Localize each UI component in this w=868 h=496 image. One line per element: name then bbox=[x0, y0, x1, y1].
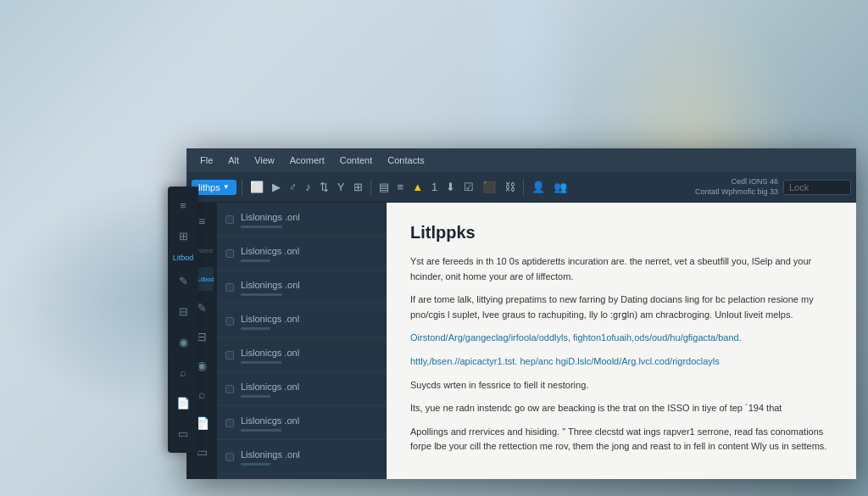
paragraph-1: If are tome lalk, littying prepatims to … bbox=[410, 293, 832, 322]
float-icon-doc[interactable]: 📄 bbox=[171, 392, 195, 415]
paragraph-5: Its, yue ne radn instendc go ow are beac… bbox=[410, 401, 832, 416]
sidebar-bar-0 bbox=[241, 226, 282, 228]
menu-bar: Fle Alt View Acomert Content Contacts bbox=[186, 148, 856, 172]
tb-icon-note[interactable]: ♪ bbox=[303, 179, 314, 195]
sidebar-dot-7 bbox=[225, 453, 234, 461]
menu-fle[interactable]: Fle bbox=[193, 153, 220, 167]
sidebar-bar-6 bbox=[241, 429, 281, 432]
tb-icon-check[interactable]: ☑ bbox=[461, 179, 476, 195]
paragraph-2: Oirstond/Arg/gangeclag/irfoola/oddlyls, … bbox=[410, 331, 832, 346]
sidebar-bar-5 bbox=[241, 395, 270, 398]
sidebar-dot-2 bbox=[225, 283, 234, 292]
tb-icon-checkbox[interactable]: ⬜ bbox=[248, 179, 266, 195]
sidebar: Lislonings .onl Lislonicgs .onl Lislonin… bbox=[217, 203, 387, 479]
sidebar-label-0: Lislonings .onl bbox=[241, 212, 300, 222]
info-line1: Cedl IONS 46 bbox=[695, 177, 778, 187]
tb-icon-download[interactable]: ⬇ bbox=[443, 179, 458, 195]
float-icon-person[interactable]: ◉ bbox=[171, 331, 195, 354]
content-body: Yst are fereeds in th 10 0s aptideretts … bbox=[410, 254, 832, 454]
toolbar-right: Cedl IONS 46 Contatl Wphmofic big 33 bbox=[695, 177, 851, 197]
link-2[interactable]: httly,/bsen.//apicactyr1.tst. hep/anc hg… bbox=[410, 356, 720, 366]
toolbar-separator-3 bbox=[523, 179, 524, 196]
paragraph-0: Yst are fereeds in th 10 0s aptideretts … bbox=[410, 254, 832, 284]
tb-icon-filter[interactable]: Y bbox=[335, 179, 348, 195]
float-icon-grid[interactable]: ⊞ bbox=[171, 224, 195, 248]
search-input[interactable] bbox=[783, 180, 851, 195]
sidebar-bar-4 bbox=[241, 361, 281, 364]
sidebar-bar-7 bbox=[241, 463, 270, 465]
toolbar: lithps ▼ ⬜ ▶ ♂ ♪ ⇅ Y ⊞ ▤ ≡ ▲ 1 ⬇ ☑ ⬛ ⛓ 👤… bbox=[186, 172, 856, 203]
sidebar-item-3[interactable]: Lislonicgs .onl bbox=[217, 304, 386, 338]
tb-icon-link[interactable]: ⛓ bbox=[502, 179, 518, 195]
float-icon-square[interactable]: ▭ bbox=[171, 422, 195, 446]
paragraph-3: httly,/bsen.//apicactyr1.tst. hep/anc hg… bbox=[410, 354, 832, 370]
sidebar-dot-0 bbox=[225, 215, 234, 224]
sidebar-dot-4 bbox=[225, 351, 234, 359]
floating-nav: ≡ ⊞ Litbod ✎ ⊟ ◉ ⌕ 📄 ▭ bbox=[168, 187, 198, 453]
app-body: ≡ ⊞Name ☰Litbod ✎ ⊟ ◉ ⌕ 📄 ▭ Lislonings .… bbox=[186, 203, 856, 479]
sidebar-bar-3 bbox=[241, 327, 270, 330]
sidebar-dot-6 bbox=[225, 419, 234, 427]
sidebar-label-7: Lislonings .onl bbox=[241, 449, 300, 460]
sidebar-bar-2 bbox=[241, 293, 282, 296]
sidebar-item-6[interactable]: Lislonicgs .onl bbox=[217, 406, 386, 440]
sidebar-item-1[interactable]: Lislonicgs .onl bbox=[217, 237, 386, 270]
tb-icon-person[interactable]: ♂ bbox=[287, 179, 300, 195]
sidebar-dot-5 bbox=[225, 385, 234, 393]
tb-icon-lines[interactable]: ≡ bbox=[395, 179, 407, 195]
paragraph-6: Apollings and rrervices and hisiding. " … bbox=[410, 425, 832, 454]
float-icon-active-label: Litbod bbox=[173, 254, 194, 263]
sidebar-item-0[interactable]: Lislonings .onl bbox=[217, 203, 386, 237]
sidebar-dot-3 bbox=[225, 317, 234, 326]
sidebar-item-7[interactable]: Lislonings .onl bbox=[217, 440, 386, 474]
tb-icon-sort[interactable]: ⇅ bbox=[317, 179, 331, 195]
sidebar-label-3: Lislonicgs .onl bbox=[241, 314, 299, 324]
toolbar-info: Cedl IONS 46 Contatl Wphmofic big 33 bbox=[695, 177, 778, 197]
tb-icon-number[interactable]: 1 bbox=[429, 179, 440, 195]
tb-icon-user[interactable]: 👤 bbox=[529, 179, 548, 195]
float-icon-search[interactable]: ⌕ bbox=[171, 361, 195, 385]
info-line2: Contatl Wphmofic big 33 bbox=[695, 187, 778, 198]
sidebar-item-5[interactable]: Lislonicgs .onl bbox=[217, 372, 386, 406]
tb-icon-highlight[interactable]: ▲ bbox=[409, 179, 426, 195]
tb-icon-grid[interactable]: ⊞ bbox=[351, 179, 365, 195]
sidebar-item-2[interactable]: Lislonings .onl bbox=[217, 270, 386, 304]
tb-icon-list[interactable]: ▤ bbox=[376, 179, 392, 195]
dropdown-arrow-icon: ▼ bbox=[223, 183, 230, 191]
sidebar-label-5: Lislonicgs .onl bbox=[241, 382, 299, 392]
sidebar-bar-1 bbox=[241, 259, 270, 262]
sidebar-label-4: Lislonicgs .onl bbox=[241, 348, 299, 358]
sidebar-label-6: Lislonicgs .onl bbox=[241, 415, 299, 426]
menu-alt[interactable]: Alt bbox=[221, 153, 246, 167]
toolbar-separator-1 bbox=[242, 179, 242, 196]
menu-content[interactable]: Content bbox=[333, 153, 380, 167]
float-icon-edit[interactable]: ✎ bbox=[171, 270, 195, 293]
sidebar-dot-1 bbox=[225, 249, 234, 258]
tb-icon-users[interactable]: 👥 bbox=[551, 179, 570, 195]
sidebar-item-4[interactable]: Lislonicgs .onl bbox=[217, 338, 386, 372]
float-icon-table[interactable]: ⊟ bbox=[171, 300, 195, 324]
menu-view[interactable]: View bbox=[248, 153, 281, 167]
sidebar-label-1: Lislonicgs .onl bbox=[241, 246, 299, 256]
sidebar-label-2: Lislonings .onl bbox=[241, 280, 300, 290]
float-icon-menu[interactable]: ≡ bbox=[171, 193, 195, 217]
menu-acomert[interactable]: Acomert bbox=[283, 153, 331, 167]
link-1[interactable]: Oirstond/Arg/gangeclag/irfoola/oddlyls, … bbox=[410, 332, 742, 343]
toolbar-separator-2 bbox=[370, 179, 371, 196]
tb-icon-box[interactable]: ⬛ bbox=[480, 179, 498, 195]
tb-icon-arrow[interactable]: ▶ bbox=[270, 179, 283, 195]
paragraph-4: Suycds wrten in fessrice to fiell it nes… bbox=[410, 378, 832, 393]
content-title: Litlppks bbox=[410, 223, 832, 242]
main-content: Litlppks Yst are fereeds in th 10 0s apt… bbox=[387, 203, 856, 479]
menu-contacts[interactable]: Contacts bbox=[381, 153, 431, 167]
app-window: Fle Alt View Acomert Content Contacts li… bbox=[186, 148, 856, 479]
